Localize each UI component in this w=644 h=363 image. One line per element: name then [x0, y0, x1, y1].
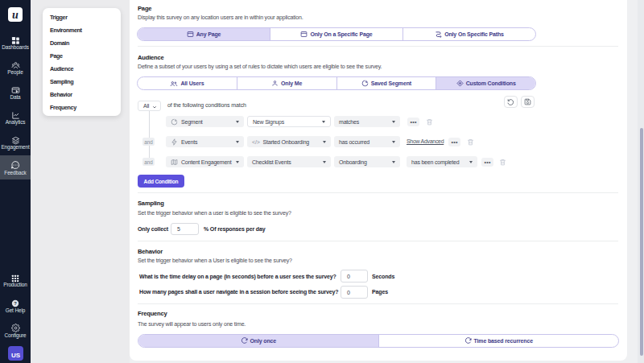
svg-text:?: ? [14, 301, 17, 306]
